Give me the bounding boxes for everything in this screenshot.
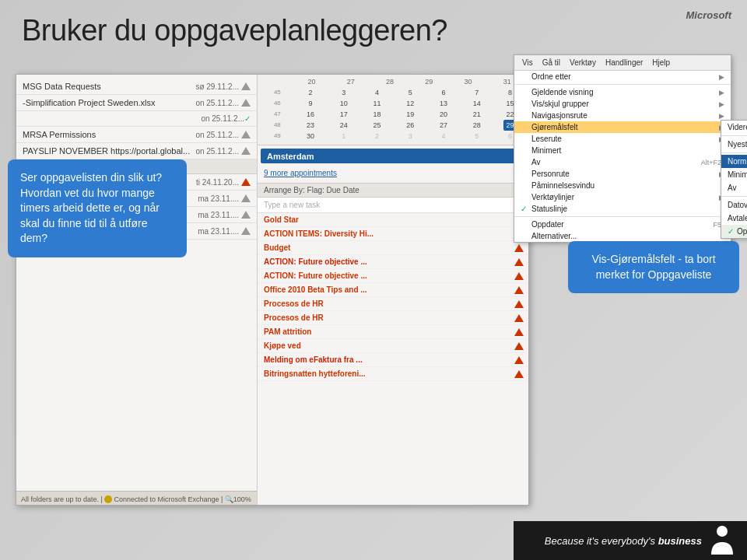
task-flag-icon bbox=[514, 328, 524, 336]
submenu-item-normal[interactable]: Normal bbox=[721, 155, 747, 168]
email-item[interactable]: MRSA Permissions on 25.11.2... bbox=[16, 127, 257, 143]
menu-item-personrute[interactable]: Personrute ▶ bbox=[514, 168, 731, 180]
menu-item-oppdater[interactable]: Oppdater F5 bbox=[514, 219, 731, 230]
calendar-header-row: 20 27 28 29 30 31 bbox=[261, 78, 527, 86]
task-item[interactable]: Bitringsnatten hytteforeni... bbox=[258, 367, 529, 381]
menu-item-gjoremalsfelt[interactable]: Gjøremålsfelt ▶ Videresend Nyeste a ▸ No… bbox=[514, 121, 731, 133]
menu-item-paminnelsesvindu[interactable]: Påminnelsesvindu bbox=[514, 180, 731, 191]
task-name: Bitringsnatten hytteforeni... bbox=[264, 369, 512, 378]
task-input-placeholder[interactable]: Type a new task bbox=[258, 198, 529, 213]
task-flag-icon bbox=[514, 286, 524, 294]
task-item[interactable]: ACTION: Future objective ... bbox=[258, 269, 529, 283]
menu-item-label: Av bbox=[531, 158, 701, 166]
email-date: on 25.11.2... bbox=[195, 131, 239, 139]
task-item[interactable]: ACTION ITEMS: Diversity Hi... bbox=[258, 227, 529, 241]
menu-bar-item-vis[interactable]: Vis bbox=[517, 57, 538, 68]
menu-item-minimert[interactable]: Minimert bbox=[514, 145, 731, 156]
submenu-item-videresend[interactable]: Videresend bbox=[721, 121, 747, 134]
submenu-item-oppgaveliste[interactable]: ✓Oppgaveliste bbox=[721, 225, 747, 238]
email-item[interactable]: PAYSLIP NOVEMBER https://portal.global..… bbox=[16, 143, 257, 159]
menu-item-statuslinje[interactable]: ✓ Statuslinje bbox=[514, 203, 731, 215]
task-flag-icon bbox=[514, 244, 524, 252]
callout-left: Ser oppgavelisten din slik ut? Hvordan v… bbox=[8, 159, 187, 257]
flag-icon bbox=[241, 147, 251, 155]
menu-divider bbox=[514, 216, 731, 217]
email-item[interactable]: on 25.11.2... ✓ bbox=[16, 111, 257, 127]
email-date: ma 23.11.... bbox=[198, 227, 239, 236]
menu-item-label: Navigasjonsrute bbox=[531, 111, 719, 120]
menu-item-gjeldende-visning[interactable]: Gjeldende visning ▶ bbox=[514, 86, 731, 98]
person-silhouette-icon bbox=[710, 525, 735, 556]
outlook-left-panel: MSG Data Requests sø 29.11.2... -Simplif… bbox=[16, 75, 258, 506]
task-item[interactable]: Procesos de HR bbox=[258, 311, 529, 325]
menu-item-label: Ordne etter bbox=[531, 72, 719, 81]
task-item[interactable]: PAM attrition bbox=[258, 325, 529, 339]
menu-item-verktoylinjer[interactable]: Verktøylinjer ▶ bbox=[514, 191, 731, 203]
submenu-item-av[interactable]: Av Alt+F2 bbox=[721, 181, 747, 194]
task-item[interactable]: Budget bbox=[258, 241, 529, 255]
task-item[interactable]: Procesos de HR bbox=[258, 297, 529, 311]
menu-bar-item-gaa-til[interactable]: Gå til bbox=[538, 57, 565, 68]
appointment-bar[interactable]: Amsterdam ▾ bbox=[261, 149, 527, 163]
flag-icon bbox=[241, 194, 251, 202]
menu-item-label: Gjøremålsfelt bbox=[531, 123, 719, 131]
more-appointments-link[interactable]: 9 more appointments bbox=[258, 166, 529, 180]
task-arrange-header: Arrange By: Flag: Due Date bbox=[258, 184, 529, 198]
task-flag-icon bbox=[514, 300, 524, 308]
menu-item-av[interactable]: Av Alt+F2 bbox=[514, 156, 731, 168]
menu-item-label: Personrute bbox=[531, 170, 719, 178]
task-item[interactable]: Kjøpe ved bbox=[258, 339, 529, 353]
status-zoom-value: 100% bbox=[233, 495, 251, 503]
email-item[interactable]: -Simplification Project Sweden.xlsx on 2… bbox=[16, 95, 257, 111]
task-item[interactable]: Melding om eFaktura fra ... bbox=[258, 353, 529, 367]
task-flag-icon bbox=[514, 272, 524, 280]
task-name: Melding om eFaktura fra ... bbox=[264, 355, 512, 364]
exchange-icon bbox=[104, 495, 112, 503]
status-zoom: 🔍 bbox=[225, 495, 233, 503]
calendar-week-47: 47 16 17 18 19 20 21 22 bbox=[261, 109, 527, 120]
email-date: ma 23.11.... bbox=[198, 211, 239, 219]
submenu-divider bbox=[721, 196, 747, 197]
outlook-window: Microsoft Outlook MSG Data Requests sø 2… bbox=[16, 74, 529, 506]
menu-item-ordne-etter[interactable]: Ordne etter ▶ bbox=[514, 71, 731, 82]
task-name: Procesos de HR bbox=[264, 313, 512, 322]
checkmark-icon: ✓ bbox=[244, 114, 251, 123]
flag-icon bbox=[241, 131, 251, 138]
task-item[interactable]: Gold Star bbox=[258, 213, 529, 227]
status-all-folders: All folders are up to date. bbox=[21, 495, 99, 503]
callout-right: Vis-Gjøremålsfelt - ta bort merket for O… bbox=[568, 241, 739, 293]
task-flag-icon bbox=[514, 314, 524, 322]
submenu-item-nyeste[interactable]: Nyeste a ▸ bbox=[721, 138, 747, 151]
task-flag-icon bbox=[514, 370, 524, 378]
menu-item-alternativer[interactable]: Alternativer... bbox=[514, 230, 731, 242]
menu-item-label: Påminnelsesvindu bbox=[531, 181, 724, 190]
menu-bar-item-handlinger[interactable]: Handlinger bbox=[601, 57, 647, 68]
task-name: ACTION: Future objective ... bbox=[264, 271, 512, 280]
menu-item-label: Verktøylinjer bbox=[531, 193, 719, 201]
submenu-divider bbox=[721, 152, 747, 153]
email-sender: PAYSLIP NOVEMBER https://portal.global..… bbox=[23, 146, 191, 156]
task-flag-icon bbox=[514, 258, 524, 266]
email-item[interactable]: MSG Data Requests sø 29.11.2... bbox=[16, 79, 257, 95]
menu-item-leserute[interactable]: Leserute ▶ bbox=[514, 133, 731, 145]
svg-point-0 bbox=[717, 526, 728, 537]
menu-item-vis-skjul[interactable]: Vis/skjul grupper ▶ bbox=[514, 98, 731, 110]
email-sender: MSG Data Requests bbox=[23, 82, 191, 91]
task-section: Arrange By: Flag: Due Date Type a new ta… bbox=[258, 183, 529, 381]
flag-icon bbox=[241, 82, 251, 90]
submenu-arrow-icon: ▶ bbox=[719, 89, 724, 96]
submenu-item-avtaler[interactable]: Avtaler bbox=[721, 212, 747, 225]
task-item[interactable]: ACTION: Future objective ... bbox=[258, 255, 529, 269]
menu-item-label: Statuslinje bbox=[531, 205, 724, 213]
menu-bar-item-verktoy[interactable]: Verktøy bbox=[565, 57, 601, 68]
menu-section-main: Ordne etter ▶ Gjeldende visning ▶ Vis/sk… bbox=[514, 71, 731, 242]
flag-icon bbox=[241, 99, 251, 107]
task-item[interactable]: Office 2010 Beta Tips and ... bbox=[258, 283, 529, 297]
menu-bar-item-hjelp[interactable]: Hjelp bbox=[647, 57, 675, 68]
menu-item-navigasjonsrute[interactable]: Navigasjonsrute ▶ bbox=[514, 110, 731, 121]
calendar-week-49: 49 30 1 2 3 4 5 6 bbox=[261, 131, 527, 142]
submenu-item-minimert[interactable]: Minimert bbox=[721, 168, 747, 181]
submenu-divider bbox=[721, 135, 747, 136]
submenu-item-datovelger[interactable]: Datovelger bbox=[721, 198, 747, 212]
email-date: on 25.11.2... bbox=[195, 147, 239, 156]
